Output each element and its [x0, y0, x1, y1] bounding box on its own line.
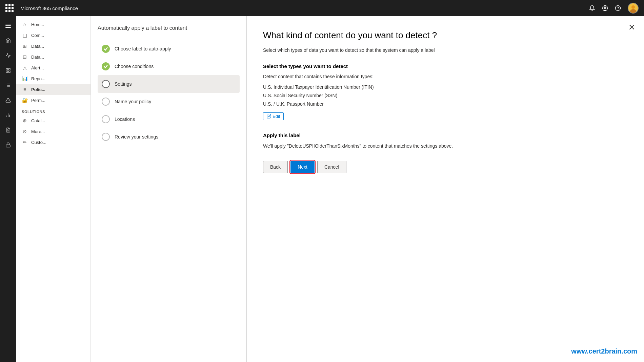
detect-section-title: Select the types you want to detect	[263, 63, 628, 69]
topbar-icons	[589, 3, 639, 14]
settings-icon[interactable]	[602, 5, 608, 11]
sidebar-item-permissions[interactable]	[1, 138, 15, 152]
detect-description: Detect content that contains these infor…	[263, 73, 628, 80]
user-avatar[interactable]	[628, 3, 639, 14]
dialog-title: What kind of content do you want to dete…	[263, 30, 628, 41]
sidebar-item-alerts[interactable]	[1, 93, 15, 107]
sidebar-item-compliance[interactable]	[1, 49, 15, 62]
nav-item-compliance[interactable]: ◫ Com...	[16, 30, 90, 41]
sidebar-menu-toggle[interactable]	[1, 19, 15, 33]
sidebar-item-data2[interactable]	[1, 79, 15, 92]
nav-icon-permissions: 🔐	[22, 98, 28, 103]
next-button[interactable]: Next	[290, 161, 315, 173]
nav-item-data1[interactable]: ⊞ Data...	[16, 41, 90, 51]
edit-label: Edit	[273, 114, 280, 119]
icon-sidebar	[0, 16, 16, 362]
detect-item-3: U.S. / U.K. Passport Number	[263, 100, 628, 108]
wizard-steps: Choose label to auto-apply Choose condit…	[98, 40, 240, 146]
nav-label-alerts: Alert...	[31, 65, 44, 70]
wizard-step-settings[interactable]: Settings	[98, 75, 240, 93]
nav-item-catalog[interactable]: ⊕ Catal...	[16, 115, 90, 126]
nav-item-data2[interactable]: ⊟ Data...	[16, 51, 90, 62]
waffle-menu[interactable]	[5, 4, 14, 12]
nav-label-home: Hom...	[31, 22, 44, 27]
nav-label-more: More...	[31, 129, 45, 134]
svg-rect-9	[6, 68, 8, 70]
cancel-button[interactable]: Cancel	[317, 161, 346, 173]
apply-label-text: We'll apply "DeleteUSPIIOlderThanSixMont…	[263, 142, 628, 150]
wizard-step-name-policy[interactable]: Name your policy	[98, 93, 240, 110]
wizard-step-choose-label[interactable]: Choose label to auto-apply	[98, 40, 240, 58]
sidebar-item-home[interactable]	[1, 34, 15, 47]
button-row: Back Next Cancel	[263, 161, 628, 173]
nav-panel: ⌂ Hom... ◫ Com... ⊞ Data... ⊟ Data... △ …	[16, 16, 91, 362]
nav-icon-data2: ⊟	[22, 54, 28, 60]
nav-label-policies: Polic...	[31, 87, 45, 92]
nav-item-customize[interactable]: ✏ Custo...	[16, 137, 90, 148]
svg-rect-10	[8, 68, 10, 70]
wizard-step-choose-conditions[interactable]: Choose conditions	[98, 58, 240, 75]
nav-item-more[interactable]: ⊙ More...	[16, 126, 90, 137]
wizard-step-label-3: Settings	[115, 81, 132, 87]
wizard-step-locations[interactable]: Locations	[98, 110, 240, 128]
svg-rect-12	[6, 71, 8, 72]
nav-item-home[interactable]: ⌂ Hom...	[16, 19, 90, 30]
nav-item-permissions[interactable]: 🔐 Perm...	[16, 95, 90, 106]
apply-label-name: DeleteUSPIIOlderThanSixMonths	[289, 143, 360, 149]
sidebar-item-policies[interactable]	[1, 123, 15, 137]
nav-label-compliance: Com...	[31, 33, 44, 38]
app-title: Microsoft 365 compliance	[20, 5, 585, 11]
svg-rect-6	[5, 24, 11, 24]
dialog-subtitle: Select which types of data you want to d…	[263, 47, 628, 54]
svg-rect-8	[5, 27, 11, 28]
wizard-title: Automatically apply a label to content	[98, 24, 240, 32]
detect-item-1: U.S. Individual Taxpayer Identification …	[263, 83, 628, 91]
apply-section: Apply this label We'll apply "DeleteUSPI…	[263, 132, 628, 150]
sidebar-item-reports[interactable]	[1, 108, 15, 122]
wizard-step-label-4: Name your policy	[115, 99, 151, 104]
nav-icon-reports: 📊	[22, 76, 28, 81]
nav-label-data2: Data...	[31, 55, 44, 60]
nav-icon-customize: ✏	[22, 140, 28, 145]
wizard-step-circle-2	[102, 62, 110, 70]
wizard-step-circle-4	[102, 98, 110, 106]
wizard-step-circle-3	[102, 80, 110, 88]
content-area: Automatically apply a label to content C…	[91, 16, 644, 362]
svg-point-4	[631, 5, 635, 9]
edit-link[interactable]: Edit	[263, 112, 284, 120]
wizard-step-circle-6	[102, 133, 110, 141]
nav-item-policies[interactable]: ≡ Polic...	[16, 84, 90, 95]
nav-label-reports: Repo...	[31, 76, 45, 81]
svg-rect-7	[5, 25, 11, 26]
dialog-close-button[interactable]	[626, 22, 637, 33]
detect-items: U.S. Individual Taxpayer Identification …	[263, 83, 628, 109]
dialog-content: What kind of content do you want to dete…	[247, 16, 644, 362]
back-button[interactable]: Back	[263, 161, 288, 173]
wizard-step-label-1: Choose label to auto-apply	[115, 46, 171, 51]
nav-icon-home: ⌂	[22, 22, 28, 27]
wizard-step-label-5: Locations	[115, 116, 135, 122]
nav-item-reports[interactable]: 📊 Repo...	[16, 73, 90, 84]
wizard-panel: Automatically apply a label to content C…	[91, 16, 247, 362]
wizard-step-circle-1	[102, 45, 110, 53]
nav-icon-compliance: ◫	[22, 33, 28, 38]
solutions-section-label: Solutions	[16, 106, 90, 115]
notification-icon[interactable]	[589, 5, 595, 11]
main-layout: ⌂ Hom... ◫ Com... ⊞ Data... ⊟ Data... △ …	[0, 0, 644, 362]
nav-label-customize: Custo...	[31, 140, 46, 145]
topbar: Microsoft 365 compliance	[0, 0, 644, 16]
help-icon[interactable]	[615, 5, 621, 11]
nav-item-alerts[interactable]: △ Alert...	[16, 62, 90, 73]
detect-item-2: U.S. Social Security Number (SSN)	[263, 91, 628, 100]
svg-rect-26	[6, 145, 10, 147]
wizard-step-label-6: Review your settings	[115, 134, 158, 140]
nav-icon-alerts: △	[22, 65, 28, 70]
sidebar-item-data1[interactable]	[1, 64, 15, 77]
svg-point-0	[604, 7, 606, 9]
nav-label-catalog: Catal...	[31, 118, 45, 123]
wizard-step-review[interactable]: Review your settings	[98, 128, 240, 146]
nav-label-permissions: Perm...	[31, 98, 45, 103]
wizard-step-label-2: Choose conditions	[115, 64, 154, 69]
nav-icon-more: ⊙	[22, 129, 28, 134]
wizard-step-circle-5	[102, 115, 110, 123]
